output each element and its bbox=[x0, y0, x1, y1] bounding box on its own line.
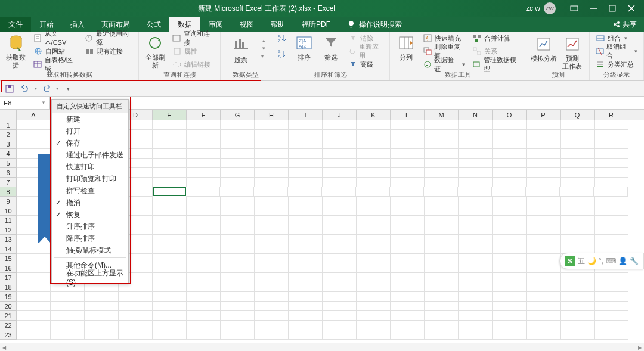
cell[interactable] bbox=[459, 282, 493, 292]
row-header[interactable]: 16 bbox=[0, 263, 17, 273]
cell[interactable] bbox=[459, 225, 493, 235]
cell[interactable] bbox=[527, 168, 561, 178]
qat-menu-item[interactable]: ✓恢复 bbox=[52, 209, 128, 220]
cell[interactable] bbox=[595, 139, 628, 149]
cell[interactable] bbox=[289, 244, 323, 254]
cell[interactable] bbox=[357, 139, 391, 149]
cell[interactable] bbox=[323, 292, 357, 302]
cell[interactable] bbox=[221, 282, 255, 292]
row-header[interactable]: 2 bbox=[0, 130, 17, 139]
cell[interactable] bbox=[255, 216, 289, 225]
row-header[interactable]: 14 bbox=[0, 244, 17, 254]
close-icon[interactable] bbox=[624, 2, 639, 14]
queries-connections-button[interactable]: 查询和连接 bbox=[170, 32, 216, 44]
cell[interactable] bbox=[595, 149, 628, 159]
cell[interactable] bbox=[153, 254, 187, 263]
stocks-button[interactable]: 股票 bbox=[224, 35, 258, 64]
cell[interactable] bbox=[493, 139, 527, 149]
cell[interactable] bbox=[17, 130, 51, 139]
cell[interactable] bbox=[561, 292, 595, 302]
tool-icon[interactable]: 🔧 bbox=[630, 257, 639, 265]
recent-sources-button[interactable]: 最近使用的源 bbox=[82, 32, 135, 44]
cell[interactable] bbox=[459, 263, 493, 273]
cell[interactable] bbox=[527, 292, 561, 302]
column-header[interactable]: G bbox=[221, 110, 255, 120]
column-header[interactable]: K bbox=[357, 110, 391, 120]
cell[interactable] bbox=[391, 311, 425, 321]
cell[interactable] bbox=[357, 321, 391, 330]
cell[interactable] bbox=[17, 321, 51, 330]
refresh-all-button[interactable]: 全部刷新 bbox=[143, 32, 168, 69]
cell[interactable] bbox=[561, 139, 595, 149]
cell[interactable] bbox=[289, 130, 323, 139]
cell[interactable] bbox=[323, 321, 357, 330]
qat-menu-item[interactable]: 打开 bbox=[52, 125, 128, 137]
cell[interactable] bbox=[85, 321, 119, 330]
cell[interactable] bbox=[357, 254, 391, 263]
row-header[interactable]: 22 bbox=[0, 321, 17, 330]
column-header[interactable]: Q bbox=[561, 110, 595, 120]
cell[interactable] bbox=[153, 311, 187, 321]
cell[interactable] bbox=[289, 311, 323, 321]
cell[interactable] bbox=[527, 120, 561, 130]
column-header[interactable]: N bbox=[459, 110, 493, 120]
cell[interactable] bbox=[357, 206, 391, 216]
cell[interactable] bbox=[357, 178, 391, 187]
cell[interactable] bbox=[153, 120, 187, 130]
cell[interactable] bbox=[391, 244, 425, 254]
cell[interactable] bbox=[527, 225, 561, 235]
cell[interactable] bbox=[493, 311, 527, 321]
cell[interactable] bbox=[255, 159, 289, 168]
cell[interactable] bbox=[357, 120, 391, 130]
column-header[interactable]: I bbox=[289, 110, 323, 120]
cell[interactable] bbox=[493, 225, 527, 235]
cell[interactable] bbox=[255, 206, 289, 216]
cell[interactable] bbox=[255, 292, 289, 302]
row-header[interactable]: 4 bbox=[0, 149, 17, 159]
undo-more-icon[interactable]: ▾ bbox=[35, 86, 37, 91]
cell[interactable] bbox=[425, 330, 459, 340]
cell[interactable] bbox=[527, 216, 561, 225]
cell[interactable] bbox=[595, 273, 628, 282]
cell[interactable] bbox=[391, 149, 425, 159]
cell[interactable] bbox=[17, 254, 51, 263]
cell[interactable] bbox=[595, 197, 628, 206]
cell[interactable] bbox=[561, 311, 595, 321]
cell[interactable] bbox=[356, 187, 390, 197]
cell[interactable] bbox=[288, 187, 322, 197]
cell[interactable] bbox=[323, 197, 357, 206]
cell[interactable] bbox=[561, 159, 595, 168]
cell[interactable] bbox=[119, 321, 153, 330]
cell[interactable] bbox=[493, 244, 527, 254]
cell[interactable] bbox=[425, 178, 459, 187]
cell[interactable] bbox=[323, 254, 357, 263]
cell[interactable] bbox=[221, 330, 255, 340]
cell[interactable] bbox=[425, 197, 459, 206]
cell[interactable] bbox=[357, 225, 391, 235]
account-area[interactable]: zc w ZW bbox=[526, 2, 562, 14]
cell[interactable] bbox=[221, 254, 255, 263]
sort-button[interactable]: Z|AA|Z 排序 bbox=[292, 32, 316, 61]
cell[interactable] bbox=[595, 159, 628, 168]
cell[interactable] bbox=[459, 302, 493, 311]
cell[interactable] bbox=[289, 292, 323, 302]
cell[interactable] bbox=[51, 321, 85, 330]
minimize-icon[interactable] bbox=[586, 2, 601, 14]
cell[interactable] bbox=[187, 168, 221, 178]
cell[interactable] bbox=[153, 187, 186, 196]
cell[interactable] bbox=[153, 130, 187, 139]
cell[interactable] bbox=[425, 216, 459, 225]
cell[interactable] bbox=[221, 149, 255, 159]
cell[interactable] bbox=[357, 235, 391, 244]
cell[interactable] bbox=[221, 244, 255, 254]
cell[interactable] bbox=[221, 178, 255, 187]
cell[interactable] bbox=[459, 149, 493, 159]
cell[interactable] bbox=[187, 244, 221, 254]
row-header[interactable]: 19 bbox=[0, 292, 17, 302]
cell[interactable] bbox=[17, 120, 51, 130]
datatype-scroll-up-icon[interactable]: ▲ bbox=[261, 38, 266, 44]
cell[interactable] bbox=[255, 235, 289, 244]
cell[interactable] bbox=[459, 206, 493, 216]
cell[interactable] bbox=[493, 159, 527, 168]
row-header[interactable]: 18 bbox=[0, 282, 17, 292]
